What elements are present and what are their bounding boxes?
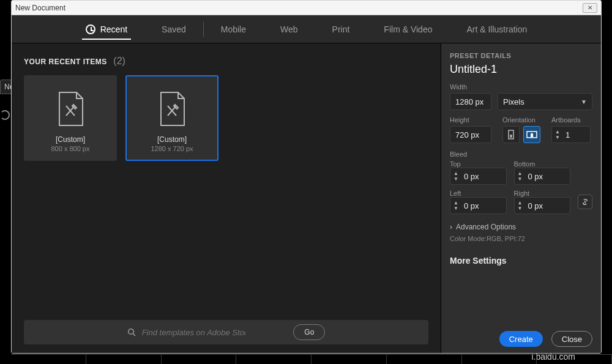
more-settings-link[interactable]: More Settings [450,256,592,266]
window-title: New Document [15,4,65,12]
tab-label: Mobile [221,24,246,34]
tab-mobile[interactable]: Mobile [204,15,263,43]
bleed-left-input[interactable]: ▲▼ [450,197,507,214]
tab-label: Web [280,24,298,34]
heading-text: YOUR RECENT ITEMS [24,58,107,66]
go-button[interactable]: Go [293,324,325,340]
height-label: Height [450,116,491,124]
document-icon [157,91,187,127]
bleed-label: Bleed [450,150,592,158]
bleed-bottom-input[interactable]: ▲▼ [514,168,571,185]
titlebar: New Document ✕ [12,1,601,15]
bleed-top-input[interactable]: ▲▼ [450,168,507,185]
landscape-icon [526,130,537,139]
artboards-label: Artboards [551,116,591,124]
orientation-label: Orientation [502,116,540,124]
window-close-button[interactable]: ✕ [583,3,597,13]
width-input[interactable] [450,93,491,110]
recent-items-heading: YOUR RECENT ITEMS (2) [24,56,428,67]
document-icon [56,91,85,127]
link-icon [581,198,589,206]
preset-name[interactable]: Untitled-1 [450,63,592,76]
close-button[interactable]: Close [551,331,592,347]
color-mode-text: Color Mode:RGB, PPI:72 [450,235,592,242]
stepper-arrows-icon[interactable]: ▲▼ [450,171,461,182]
stepper-arrows-icon[interactable]: ▲▼ [552,130,563,140]
bleed-value[interactable] [526,172,553,181]
panel-title: PRESET DETAILS [450,52,592,59]
chevron-down-icon: ▼ [581,98,587,105]
card-label: [Custom] [56,135,85,144]
stepper-arrows-icon[interactable]: ▲▼ [515,201,526,211]
tab-label: Art & Illustration [466,24,527,34]
new-document-dialog: New Document ✕ Recent Saved Mobile Web P… [11,0,602,354]
search-icon [127,328,136,336]
tab-label: Saved [162,24,186,34]
tab-saved[interactable]: Saved [144,15,203,43]
dialog-footer: Create Close [450,324,592,347]
chevron-right-icon: › [450,223,452,231]
card-label: [Custom] [157,135,187,144]
bleed-right-label: Right [514,190,571,197]
create-button[interactable]: Create [499,331,543,347]
tab-art-illustration[interactable]: Art & Illustration [449,15,544,43]
bleed-bottom-label: Bottom [514,160,571,168]
bleed-value[interactable] [461,201,488,210]
artboards-stepper[interactable]: ▲▼ [551,126,591,143]
units-value: Pixels [503,97,524,106]
orientation-landscape[interactable] [523,126,540,143]
height-input[interactable] [450,126,491,143]
tab-print[interactable]: Print [315,15,367,43]
heading-count: (2) [113,56,125,66]
bleed-top-label: Top [450,160,507,168]
presets-panel: YOUR RECENT ITEMS (2) [Custom] 800 x 800… [12,43,441,353]
close-icon: ✕ [588,4,592,11]
bleed-value[interactable] [461,172,488,181]
bleed-left-label: Left [450,190,507,197]
tab-film-video[interactable]: Film & Video [367,15,449,43]
bleed-grid: Top ▲▼ Bottom ▲▼ Left [450,160,592,214]
clock-icon [86,24,95,34]
stock-search-bar: Go [24,320,428,344]
preset-card[interactable]: [Custom] 800 x 800 px [24,75,117,161]
tab-recent[interactable]: Recent [69,15,144,43]
advanced-options-toggle[interactable]: › Advanced Options [450,223,592,231]
link-bleed-button[interactable] [578,195,592,209]
preset-details-panel: PRESET DETAILS Untitled-1 Width Pixels ▼… [441,43,601,353]
stepper-arrows-icon[interactable]: ▲▼ [450,201,461,211]
units-select[interactable]: Pixels ▼ [498,93,592,110]
svg-line-1 [133,333,135,336]
preset-cards: [Custom] 800 x 800 px [Custom] 1280 x 72… [24,75,428,161]
stepper-arrows-icon[interactable]: ▲▼ [515,171,526,182]
preset-card-selected[interactable]: [Custom] 1280 x 720 px [125,75,218,161]
artboards-input[interactable] [563,130,590,139]
tab-label: Film & Video [384,24,432,34]
bleed-right-input[interactable]: ▲▼ [514,197,571,214]
tab-web[interactable]: Web [263,15,315,43]
svg-rect-5 [531,133,533,137]
category-tabs: Recent Saved Mobile Web Print Film & Vid… [12,15,601,43]
card-dimensions: 1280 x 720 px [151,145,193,152]
svg-point-0 [128,329,133,335]
portrait-icon [507,130,515,139]
card-dimensions: 800 x 800 px [51,145,90,152]
ruler [11,354,612,364]
advanced-label: Advanced Options [456,223,516,231]
width-label: Width [450,83,592,91]
tab-label: Print [332,24,350,34]
dialog-body: YOUR RECENT ITEMS (2) [Custom] 800 x 800… [12,43,601,353]
stock-search-input[interactable] [142,328,245,337]
spinner-icon [0,110,10,120]
svg-rect-3 [510,135,512,138]
tab-label: Recent [100,24,127,34]
bleed-value[interactable] [526,201,553,210]
orientation-portrait[interactable] [502,126,520,143]
